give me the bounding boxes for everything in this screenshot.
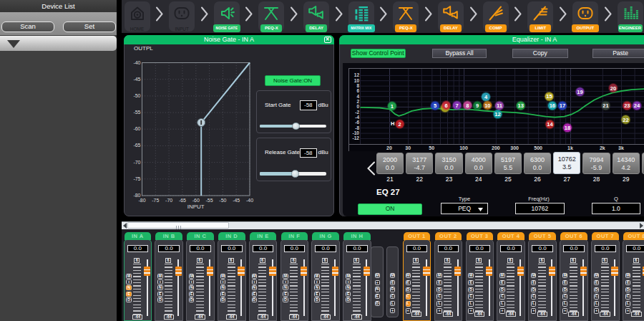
svg-text:23: 23 [624, 102, 630, 109]
svg-text:1: 1 [390, 102, 393, 109]
svg-text:13: 13 [517, 102, 523, 109]
svg-text:8: 8 [466, 102, 469, 108]
svg-text:6: 6 [444, 102, 447, 108]
svg-text:21: 21 [602, 102, 608, 109]
svg-text:10: 10 [484, 102, 490, 108]
svg-text:2: 2 [398, 120, 401, 127]
svg-text:14: 14 [547, 121, 553, 128]
svg-text:H: H [391, 120, 394, 127]
svg-text:22: 22 [623, 116, 628, 123]
svg-text:19: 19 [577, 88, 582, 95]
svg-text:5: 5 [433, 102, 436, 109]
svg-text:15: 15 [546, 93, 552, 100]
svg-text:11: 11 [496, 102, 502, 109]
svg-text:18: 18 [564, 124, 570, 130]
svg-text:12: 12 [494, 110, 500, 117]
svg-text:20: 20 [610, 85, 615, 91]
svg-text:17: 17 [559, 102, 565, 109]
svg-text:16: 16 [549, 102, 555, 109]
svg-text:24: 24 [633, 102, 640, 109]
svg-text:9: 9 [476, 102, 479, 109]
svg-text:7: 7 [455, 102, 458, 108]
